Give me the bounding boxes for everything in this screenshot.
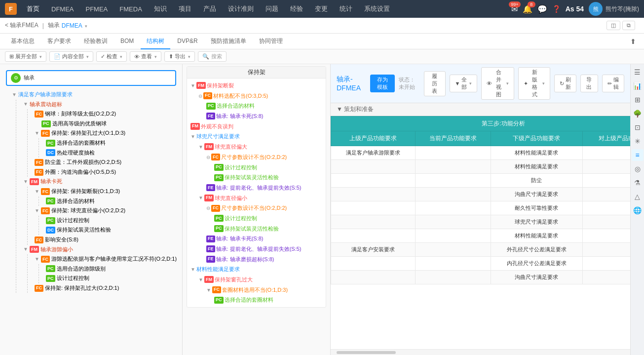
export-dropdown-icon: ▾ — [188, 54, 190, 59]
side-icon-line-chart[interactable]: ≡ — [632, 149, 644, 161]
expand-fm1[interactable]: ▼ — [190, 81, 195, 90]
nav-change[interactable]: 变更 — [310, 2, 333, 15]
filter-icon: ▼ — [455, 80, 460, 86]
mail-icon-badge[interactable]: ✉ 99+ — [511, 4, 518, 14]
tree-children-6: PC 设计过程控制 DC 保持架试装灵活性检验 — [38, 216, 180, 235]
center-panel: 保持架 ▼ FM 保持架断裂 ⊖ FC 材料选配不当(O: — [183, 64, 331, 355]
tab-lessons[interactable]: 经验教训 — [78, 34, 114, 49]
expand-all-button[interactable]: ⊞ 展开全部 ▾ — [5, 51, 46, 62]
root-node[interactable]: ⚙ 轴承 — [6, 70, 176, 86]
side-icon-layers[interactable]: ⊞ — [632, 94, 644, 106]
h-scrollbar[interactable] — [331, 349, 630, 355]
expand-fc4[interactable]: ▼ — [206, 286, 211, 294]
bell-icon-badge[interactable]: 🔔 8 — [523, 4, 532, 14]
expand-icon-1[interactable]: ▼ — [12, 91, 17, 99]
tab-struct-tree[interactable]: 结构树 — [141, 34, 170, 49]
breadcrumb-current[interactable]: DFMEA ▾ — [62, 22, 87, 29]
expand-icon-6[interactable]: ▼ — [35, 207, 39, 215]
struct-tree-content: ▼ FM 保持架断裂 ⊖ FC 材料选配不当(O:3,D:5) — [187, 79, 326, 307]
badge-pc-s2: PC — [214, 164, 224, 171]
tab-collab[interactable]: 协同管理 — [253, 34, 289, 49]
inner-all-button[interactable]: 📄 内容全部 ▾ — [49, 51, 93, 62]
nav-issue[interactable]: 问题 — [261, 2, 283, 15]
export-button[interactable]: ⬆ 导出 ▾ — [164, 51, 195, 62]
cell-9-3 — [582, 271, 630, 284]
merge-view-button[interactable]: 👁 合并视图 ▾ — [481, 67, 514, 100]
expand-satisfy-2[interactable]: ▼ — [190, 132, 195, 141]
side-icon-triangle[interactable]: △ — [632, 191, 644, 202]
resume-button[interactable]: 履历表 — [424, 71, 445, 96]
expand-fm4[interactable]: ▼ — [198, 194, 203, 202]
side-icon-tree[interactable]: 🌳 — [632, 108, 644, 119]
side-icon-grid[interactable]: ⊡ — [632, 121, 644, 133]
edit-button[interactable]: ✏ 编辑 — [602, 75, 624, 92]
tab-basic-info[interactable]: 基本信息 — [5, 34, 40, 49]
table-row: 材料性能满足要求 — [331, 229, 631, 243]
badge-fc-5: FC — [41, 188, 50, 195]
expand-fc3[interactable]: ⊖ — [206, 204, 210, 212]
nav-pfmea[interactable]: PFMEA — [81, 3, 113, 15]
view-button[interactable]: 👁 查看 ▾ — [130, 51, 161, 62]
expand-icon-5[interactable]: ▼ — [35, 188, 39, 196]
side-icon-table[interactable]: ☰ — [632, 66, 644, 78]
cell-8-1 — [416, 257, 491, 271]
search-icon: 🔍 — [202, 53, 209, 60]
user-area[interactable]: 熊 熊竹芩(腌脓) — [589, 2, 639, 16]
col-header-3: 下级产品功能要求 — [491, 131, 582, 146]
nav-home[interactable]: 首页 — [22, 2, 44, 15]
struct-node-fm4: ▼ FM 球兜直径偏小 ⊖ FC 尺寸参数设计不当(O:2,D:2) — [197, 193, 324, 265]
badge-pc-3: PC — [46, 197, 55, 204]
check-button[interactable]: ✓ 检查 ▾ — [96, 51, 127, 62]
expand-fm3[interactable]: ▼ — [198, 143, 203, 151]
save-template-button[interactable]: 存为模板 — [370, 75, 395, 92]
chat-icon-badge[interactable]: 💬 — [537, 4, 547, 14]
nav-settings[interactable]: 系统设置 — [359, 2, 395, 15]
expand-fc1[interactable]: ⊖ — [198, 92, 202, 100]
side-icon-flask[interactable]: ⚗ — [632, 177, 644, 189]
expand-icon-7[interactable]: ▼ — [23, 245, 28, 253]
nav-knowledge[interactable]: 知识 — [149, 2, 172, 15]
side-icon-asterisk[interactable]: ✳ — [632, 135, 644, 147]
expand-icon-8[interactable]: ▼ — [35, 255, 39, 263]
tab-dvpr[interactable]: DVP&R — [171, 35, 203, 48]
nav-project[interactable]: 项目 — [174, 2, 196, 15]
nav-experience[interactable]: 经验 — [285, 2, 308, 15]
expand-icon-3[interactable]: ▼ — [35, 129, 39, 137]
breadcrumb-parent[interactable]: 轴承 — [48, 21, 60, 30]
main-content: ⚙ 轴承 ▼ 满足客户轴承游限要求 ▼ — [0, 64, 644, 355]
right-icon-panel: ☰ 📊 ⊞ 🌳 ⊡ ✳ ≡ ◎ ⚗ △ 🌐 — [630, 64, 644, 355]
expand-satisfy-3[interactable]: ▼ — [190, 265, 195, 274]
back-link[interactable]: < 轴承FMEA — [5, 21, 38, 30]
nav-stats[interactable]: 统计 — [335, 2, 357, 15]
new-format-button[interactable]: ✦ 新版格式 ▾ — [518, 67, 550, 100]
layout-btn-2[interactable]: ⧉ — [622, 21, 635, 30]
nav-product[interactable]: 产品 — [198, 2, 221, 15]
node-fe-s1: 轴承: 轴承卡死(S:8) — [216, 112, 264, 121]
dfmea-table-container[interactable]: 第三步:功能分析 上级产品功能要求 当前产品功能要求 下级产品功能要求 对上级产… — [331, 116, 630, 349]
nav-dfmea[interactable]: DFMEA — [46, 3, 79, 15]
tab-expand-icon[interactable]: ⬆ — [627, 36, 639, 47]
badge-fc-4: FC — [35, 169, 43, 176]
tab-prevention[interactable]: 预防措施清单 — [205, 34, 252, 49]
search-box[interactable]: 🔍 搜索 — [198, 51, 227, 62]
expand-fm5[interactable]: ▼ — [198, 276, 203, 284]
expand-icon-2[interactable]: ▼ — [23, 100, 28, 108]
scrollbar-thumb-h[interactable] — [337, 351, 396, 354]
help-icon-badge[interactable]: ❓ — [552, 5, 561, 13]
node-satisfy-3: 材料性能满足要求 — [196, 265, 240, 274]
expand-fc2[interactable]: ⊖ — [206, 153, 210, 161]
root-label: 轴承 — [24, 74, 35, 82]
tab-customer-req[interactable]: 客户要求 — [41, 34, 77, 49]
side-icon-globe[interactable]: 🌐 — [632, 204, 644, 216]
refresh-button[interactable]: ↻ 刷新 — [554, 75, 576, 92]
tab-bom[interactable]: BOM — [114, 35, 140, 48]
side-icon-target[interactable]: ◎ — [632, 163, 644, 175]
export-btn-right[interactable]: 导出 — [580, 75, 598, 92]
table-row: 材料性能满足要求 — [331, 160, 631, 174]
nav-fmeda[interactable]: FMEDA — [114, 3, 147, 15]
layout-btn-1[interactable]: ◫ — [606, 21, 620, 30]
filter-button[interactable]: ▼ 全部 ▾ — [450, 75, 478, 92]
nav-design-standard[interactable]: 设计准则 — [223, 2, 259, 15]
expand-icon-4[interactable]: ▼ — [23, 178, 28, 186]
side-icon-chart[interactable]: 📊 — [632, 80, 644, 92]
